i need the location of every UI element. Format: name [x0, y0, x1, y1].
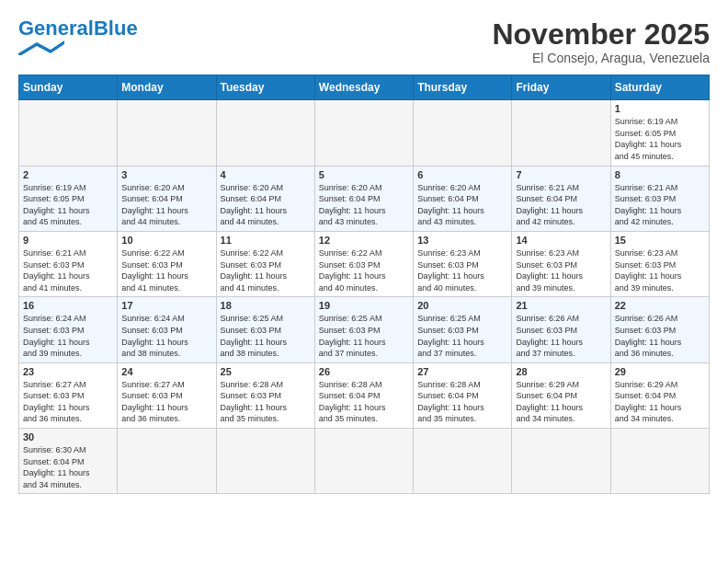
calendar-day	[216, 429, 314, 494]
day-header-saturday: Saturday	[610, 75, 709, 100]
calendar-day: 4Sunrise: 6:20 AM Sunset: 6:04 PM Daylig…	[216, 166, 314, 231]
calendar-day: 26Sunrise: 6:28 AM Sunset: 6:04 PM Dayli…	[314, 362, 413, 428]
day-info: Sunrise: 6:21 AM Sunset: 6:04 PM Dayligh…	[516, 182, 606, 228]
day-number: 20	[417, 300, 507, 311]
day-number: 30	[23, 431, 113, 442]
calendar-week-2: 2Sunrise: 6:19 AM Sunset: 6:05 PM Daylig…	[19, 166, 710, 231]
day-info: Sunrise: 6:20 AM Sunset: 6:04 PM Dayligh…	[417, 182, 507, 228]
calendar-week-4: 16Sunrise: 6:24 AM Sunset: 6:03 PM Dayli…	[19, 297, 710, 362]
day-number: 14	[516, 235, 606, 246]
calendar-day	[314, 100, 413, 166]
calendar-day: 6Sunrise: 6:20 AM Sunset: 6:04 PM Daylig…	[414, 166, 512, 231]
calendar-day: 17Sunrise: 6:24 AM Sunset: 6:03 PM Dayli…	[118, 297, 216, 362]
calendar-day: 2Sunrise: 6:19 AM Sunset: 6:05 PM Daylig…	[19, 166, 118, 231]
svg-marker-0	[18, 40, 64, 55]
day-info: Sunrise: 6:22 AM Sunset: 6:03 PM Dayligh…	[319, 247, 409, 293]
calendar-day: 14Sunrise: 6:23 AM Sunset: 6:03 PM Dayli…	[512, 231, 610, 296]
calendar-day: 23Sunrise: 6:27 AM Sunset: 6:03 PM Dayli…	[19, 362, 118, 428]
calendar-day	[216, 100, 314, 166]
day-info: Sunrise: 6:28 AM Sunset: 6:04 PM Dayligh…	[319, 379, 409, 425]
calendar-header-row: SundayMondayTuesdayWednesdayThursdayFrid…	[19, 75, 710, 100]
day-header-friday: Friday	[512, 75, 610, 100]
logo-general: General	[18, 17, 94, 40]
day-info: Sunrise: 6:21 AM Sunset: 6:03 PM Dayligh…	[23, 247, 113, 293]
calendar-week-1: 1Sunrise: 6:19 AM Sunset: 6:05 PM Daylig…	[19, 100, 710, 166]
day-info: Sunrise: 6:27 AM Sunset: 6:03 PM Dayligh…	[23, 379, 113, 425]
day-number: 29	[615, 366, 705, 377]
logo-icon	[18, 40, 64, 55]
calendar-day: 1Sunrise: 6:19 AM Sunset: 6:05 PM Daylig…	[610, 100, 709, 166]
location: El Consejo, Aragua, Venezuela	[492, 51, 710, 65]
calendar-day: 12Sunrise: 6:22 AM Sunset: 6:03 PM Dayli…	[314, 231, 413, 296]
day-number: 4	[221, 169, 311, 180]
calendar-week-5: 23Sunrise: 6:27 AM Sunset: 6:03 PM Dayli…	[19, 362, 710, 428]
page-header: GeneralBlue November 2025 El Consejo, Ar…	[18, 18, 710, 65]
day-info: Sunrise: 6:19 AM Sunset: 6:05 PM Dayligh…	[615, 116, 705, 162]
day-info: Sunrise: 6:20 AM Sunset: 6:04 PM Dayligh…	[221, 182, 311, 228]
day-number: 22	[615, 300, 705, 311]
calendar-day: 3Sunrise: 6:20 AM Sunset: 6:04 PM Daylig…	[118, 166, 216, 231]
calendar-day	[512, 100, 610, 166]
day-number: 28	[516, 366, 606, 377]
calendar-day: 7Sunrise: 6:21 AM Sunset: 6:04 PM Daylig…	[512, 166, 610, 231]
calendar-day	[118, 100, 216, 166]
day-header-monday: Monday	[118, 75, 216, 100]
day-info: Sunrise: 6:22 AM Sunset: 6:03 PM Dayligh…	[121, 247, 211, 293]
day-number: 9	[23, 235, 113, 246]
day-number: 1	[615, 103, 705, 114]
day-number: 19	[319, 300, 409, 311]
day-info: Sunrise: 6:28 AM Sunset: 6:03 PM Dayligh…	[221, 379, 311, 425]
day-info: Sunrise: 6:29 AM Sunset: 6:04 PM Dayligh…	[615, 379, 705, 425]
calendar-day: 9Sunrise: 6:21 AM Sunset: 6:03 PM Daylig…	[19, 231, 118, 296]
day-number: 7	[516, 169, 606, 180]
day-number: 25	[221, 366, 311, 377]
month-title: November 2025	[492, 18, 710, 51]
calendar-day	[414, 429, 512, 494]
logo-blue: Blue	[94, 17, 138, 40]
day-info: Sunrise: 6:23 AM Sunset: 6:03 PM Dayligh…	[417, 247, 507, 293]
logo-text: GeneralBlue	[18, 18, 138, 39]
day-number: 18	[221, 300, 311, 311]
day-number: 21	[516, 300, 606, 311]
calendar-day: 8Sunrise: 6:21 AM Sunset: 6:03 PM Daylig…	[610, 166, 709, 231]
day-number: 11	[221, 235, 311, 246]
day-number: 12	[319, 235, 409, 246]
calendar-week-3: 9Sunrise: 6:21 AM Sunset: 6:03 PM Daylig…	[19, 231, 710, 296]
calendar-day: 28Sunrise: 6:29 AM Sunset: 6:04 PM Dayli…	[512, 362, 610, 428]
calendar-day: 22Sunrise: 6:26 AM Sunset: 6:03 PM Dayli…	[610, 297, 709, 362]
calendar-day	[19, 100, 118, 166]
day-info: Sunrise: 6:30 AM Sunset: 6:04 PM Dayligh…	[23, 444, 113, 490]
calendar-day	[512, 429, 610, 494]
day-info: Sunrise: 6:25 AM Sunset: 6:03 PM Dayligh…	[221, 313, 311, 359]
day-header-wednesday: Wednesday	[314, 75, 413, 100]
title-block: November 2025 El Consejo, Aragua, Venezu…	[492, 18, 710, 65]
calendar-day: 27Sunrise: 6:28 AM Sunset: 6:04 PM Dayli…	[414, 362, 512, 428]
calendar-day: 29Sunrise: 6:29 AM Sunset: 6:04 PM Dayli…	[610, 362, 709, 428]
day-info: Sunrise: 6:25 AM Sunset: 6:03 PM Dayligh…	[417, 313, 507, 359]
calendar-day: 25Sunrise: 6:28 AM Sunset: 6:03 PM Dayli…	[216, 362, 314, 428]
day-number: 2	[23, 169, 113, 180]
day-number: 26	[319, 366, 409, 377]
calendar-day: 18Sunrise: 6:25 AM Sunset: 6:03 PM Dayli…	[216, 297, 314, 362]
day-header-sunday: Sunday	[19, 75, 118, 100]
day-header-tuesday: Tuesday	[216, 75, 314, 100]
calendar-day	[610, 429, 709, 494]
calendar-day: 24Sunrise: 6:27 AM Sunset: 6:03 PM Dayli…	[118, 362, 216, 428]
calendar-day: 5Sunrise: 6:20 AM Sunset: 6:04 PM Daylig…	[314, 166, 413, 231]
day-number: 10	[121, 235, 211, 246]
day-number: 23	[23, 366, 113, 377]
day-header-thursday: Thursday	[414, 75, 512, 100]
day-info: Sunrise: 6:20 AM Sunset: 6:04 PM Dayligh…	[121, 182, 211, 228]
day-number: 8	[615, 169, 705, 180]
day-number: 16	[23, 300, 113, 311]
day-info: Sunrise: 6:23 AM Sunset: 6:03 PM Dayligh…	[615, 247, 705, 293]
day-number: 5	[319, 169, 409, 180]
day-info: Sunrise: 6:23 AM Sunset: 6:03 PM Dayligh…	[516, 247, 606, 293]
day-info: Sunrise: 6:26 AM Sunset: 6:03 PM Dayligh…	[516, 313, 606, 359]
calendar-day: 15Sunrise: 6:23 AM Sunset: 6:03 PM Dayli…	[610, 231, 709, 296]
day-info: Sunrise: 6:28 AM Sunset: 6:04 PM Dayligh…	[417, 379, 507, 425]
calendar-week-6: 30Sunrise: 6:30 AM Sunset: 6:04 PM Dayli…	[19, 429, 710, 494]
day-info: Sunrise: 6:20 AM Sunset: 6:04 PM Dayligh…	[319, 182, 409, 228]
calendar-day: 21Sunrise: 6:26 AM Sunset: 6:03 PM Dayli…	[512, 297, 610, 362]
calendar-day: 30Sunrise: 6:30 AM Sunset: 6:04 PM Dayli…	[19, 429, 118, 494]
